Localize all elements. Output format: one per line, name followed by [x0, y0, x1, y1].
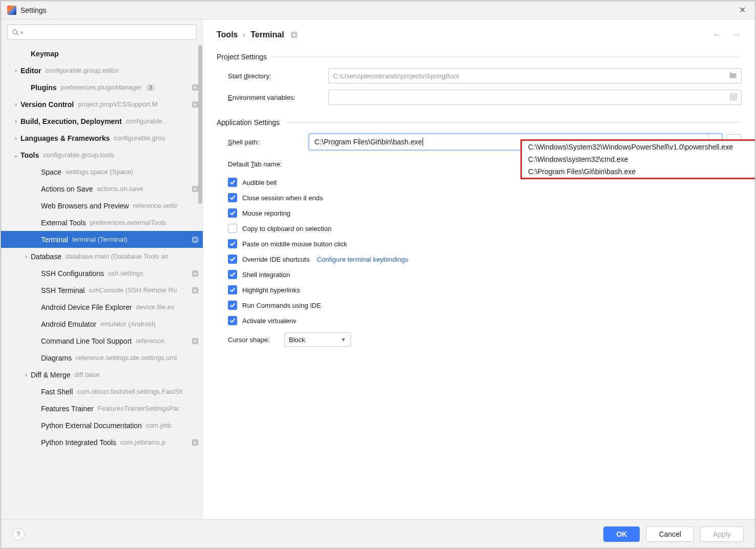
sidebar-item-label: Tools	[20, 151, 39, 159]
sidebar-item-sublabel: preferences.externalTools	[90, 219, 166, 226]
sidebar-item-features-trainer[interactable]: Features TrainerFeaturesTrainerSettingsP…	[1, 400, 203, 417]
checkbox-label[interactable]: Mouse reporting	[242, 209, 290, 217]
sidebar-item-diff-merge[interactable]: ›Diff & Mergediff.base	[1, 366, 203, 383]
settings-tree[interactable]: Keymap›Editorconfigurable.group.editorPl…	[1, 43, 203, 451]
ok-button[interactable]: OK	[603, 526, 640, 542]
breadcrumb: Tools › Terminal ← →	[203, 19, 755, 46]
apply-button[interactable]: Apply	[700, 526, 744, 542]
sidebar-item-android-device-file-explorer[interactable]: Android Device File Explorerdevice.file.…	[1, 299, 203, 315]
sidebar-item-ssh-configurations[interactable]: SSH Configurationsssh.settings	[1, 265, 203, 282]
nav-forward-icon[interactable]: →	[731, 29, 742, 40]
checkbox-label[interactable]: Audible bell	[242, 179, 277, 186]
folder-icon[interactable]	[729, 71, 737, 81]
sidebar-item-sublabel: com.obiscr.fastshell.settings.FastSh	[77, 388, 183, 395]
checkbox-label[interactable]: Close session when it ends	[242, 194, 323, 202]
chevron-right-icon[interactable]: ›	[22, 371, 31, 378]
checkbox-override-ide[interactable]	[228, 255, 237, 264]
sidebar-item-label: Actions on Save	[41, 185, 93, 193]
shell-option[interactable]: C:\Windows\system32\cmd.exe	[522, 153, 755, 165]
chevron-right-icon[interactable]: ›	[11, 135, 20, 142]
sidebar-item-label: Command Line Tool Support	[41, 337, 132, 345]
section-app-label: Application Settings	[217, 118, 280, 126]
svg-rect-10	[193, 270, 198, 276]
sidebar-item-label: Web Browsers and Preview	[41, 202, 129, 210]
section-project-label: Project Settings	[217, 53, 267, 61]
checkbox-label[interactable]: Run Commands using IDE	[242, 302, 321, 309]
checkbox-close-session[interactable]	[228, 193, 237, 202]
checkbox-label[interactable]: Paste on middle mouse button click	[242, 240, 347, 248]
sidebar-item-diagrams[interactable]: Diagramsreference.settings.ide.settings.…	[1, 349, 203, 366]
sidebar-item-external-tools[interactable]: External Toolspreferences.externalTools	[1, 214, 203, 231]
checkbox-label[interactable]: Activate virtualenv	[242, 317, 297, 325]
checkbox-row-activate-venv: Activate virtualenv	[228, 316, 742, 325]
svg-rect-3	[194, 86, 197, 89]
sidebar-scrollbar[interactable]	[198, 43, 203, 519]
checkbox-copy-clipboard[interactable]	[228, 224, 237, 233]
sidebar-item-label: Plugins	[31, 83, 57, 92]
sidebar-item-languages-frameworks[interactable]: ›Languages & Frameworksconfigurable.grou	[1, 130, 203, 146]
sidebar-item-label: Languages & Frameworks	[20, 134, 110, 142]
sidebar-item-plugins[interactable]: Pluginspreferences.pluginManager3	[1, 79, 203, 96]
checkbox-label[interactable]: Override IDE shortcuts	[242, 256, 310, 263]
sidebar-item-android-emulator[interactable]: Android Emulatoremulator (Android)	[1, 315, 203, 332]
sidebar-item-editor[interactable]: ›Editorconfigurable.group.editor	[1, 62, 203, 79]
cancel-button[interactable]: Cancel	[646, 526, 694, 542]
checkbox-label[interactable]: Copy to clipboard on selection	[242, 225, 331, 233]
checkbox-run-commands-ide[interactable]	[228, 301, 237, 310]
app-icon	[7, 6, 16, 15]
sidebar-item-label: Space	[41, 168, 61, 176]
sidebar-item-sublabel: actions.on.save	[97, 185, 143, 193]
cursor-shape-select[interactable]: Block ▼	[284, 332, 351, 347]
chevron-right-icon[interactable]: ›	[11, 67, 20, 74]
svg-rect-9	[194, 238, 197, 241]
checkbox-paste-middle[interactable]	[228, 239, 237, 248]
checkbox-highlight-links[interactable]	[228, 285, 237, 294]
configure-keybindings-link[interactable]: Configure terminal keybindings	[317, 256, 408, 263]
sidebar-item-version-control[interactable]: ›Version Controlproject.propVCSSupport.M	[1, 96, 203, 113]
env-vars-field[interactable]	[328, 90, 742, 105]
checkbox-activate-venv[interactable]	[228, 316, 237, 325]
checkbox-label[interactable]: Shell integration	[242, 271, 290, 279]
dialog-footer: ? OK Cancel Apply	[1, 519, 755, 548]
search-input[interactable]: ▾	[7, 25, 197, 40]
chevron-right-icon[interactable]: ›	[11, 118, 20, 125]
sidebar-item-fast-shell[interactable]: Fast Shellcom.obiscr.fastshell.settings.…	[1, 383, 203, 400]
shell-option[interactable]: C:\Windows\System32\WindowsPowerShell\v1…	[522, 141, 755, 153]
scrollbar-thumb[interactable]	[198, 45, 202, 204]
chevron-right-icon[interactable]: ›	[22, 253, 31, 260]
svg-rect-7	[194, 187, 197, 190]
checkbox-mouse-reporting[interactable]	[228, 208, 237, 218]
sidebar-item-label: Python Integrated Tools	[41, 438, 116, 447]
sidebar-item-actions-on-save[interactable]: Actions on Saveactions.on.save	[1, 180, 203, 197]
help-button[interactable]: ?	[12, 528, 25, 540]
breadcrumb-root[interactable]: Tools	[217, 30, 238, 39]
chevron-right-icon: ›	[243, 31, 245, 39]
sidebar-item-database[interactable]: ›Databasedatabase.main (Database Tools a…	[1, 248, 203, 265]
sidebar-item-keymap[interactable]: Keymap	[1, 45, 203, 62]
shell-option[interactable]: C:\Program Files\Git\bin\bash.exe	[522, 165, 755, 178]
checkbox-row-override-ide: Override IDE shortcutsConfigure terminal…	[228, 255, 742, 264]
sidebar-item-build-execution-deployment[interactable]: ›Build, Execution, Deploymentconfigurabl…	[1, 113, 203, 130]
start-directory-field[interactable]: C:\Users\piercebrands\projects\SpringBoo…	[328, 68, 742, 83]
close-icon[interactable]: ✕	[736, 3, 749, 17]
checkbox-shell-integration[interactable]	[228, 270, 237, 279]
sidebar-item-space[interactable]: Spacesettings.space (Space)	[1, 163, 203, 180]
sidebar-item-sublabel: settings.space (Space)	[66, 168, 133, 176]
chevron-right-icon[interactable]: ›	[11, 101, 20, 108]
sidebar-item-tools[interactable]: ⌄Toolsconfigurable.group.tools	[1, 146, 203, 163]
checkbox-audible-bell[interactable]	[228, 178, 237, 187]
sidebar-item-python-integrated-tools[interactable]: Python Integrated Toolscom.jetbrains.p	[1, 434, 203, 451]
sidebar-item-terminal[interactable]: Terminalterminal (Terminal)	[1, 231, 203, 248]
sidebar-item-python-external-documentation[interactable]: Python External Documentationcom.jetb	[1, 417, 203, 434]
shell-path-dropdown[interactable]: C:\Windows\System32\WindowsPowerShell\v1…	[520, 139, 755, 179]
section-project-settings: Project Settings	[217, 53, 742, 61]
chevron-down-icon[interactable]: ⌄	[11, 152, 20, 159]
checkbox-label[interactable]: Highlight hyperlinks	[242, 286, 300, 294]
sidebar-item-ssh-terminal[interactable]: SSH TerminalsshConsole (SSH Remote Ru	[1, 282, 203, 299]
sidebar-item-web-browsers-and-preview[interactable]: Web Browsers and Previewreference.settir	[1, 197, 203, 214]
nav-back-icon[interactable]: ←	[712, 29, 722, 40]
sidebar-item-command-line-tool-support[interactable]: Command Line Tool Supportreference.	[1, 332, 203, 349]
default-tab-label: Default Tab name:	[228, 160, 309, 168]
sidebar-item-sublabel: preferences.pluginManager	[61, 83, 142, 91]
list-icon[interactable]	[730, 93, 737, 102]
